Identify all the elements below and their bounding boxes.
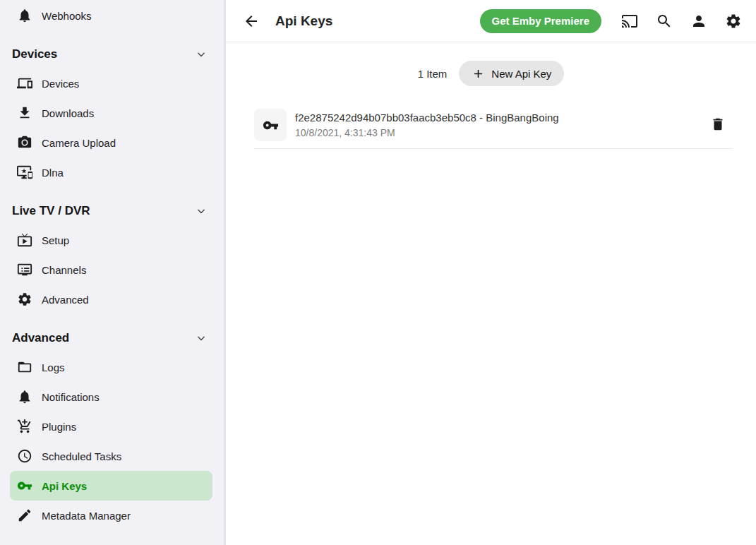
back-button[interactable]	[243, 13, 260, 30]
sidebar-item-camera-upload[interactable]: Camera Upload	[10, 128, 212, 157]
page-title: Api Keys	[275, 13, 480, 29]
sidebar-item-label: Downloads	[42, 107, 94, 119]
sidebar-item-downloads[interactable]: Downloads	[10, 98, 212, 128]
bell-icon	[17, 8, 32, 23]
sidebar-item-metadata-manager[interactable]: Metadata Manager	[10, 501, 212, 530]
sidebar-section-advanced[interactable]: Advanced	[0, 324, 224, 352]
sidebar-item-label: Notifications	[42, 391, 100, 403]
sidebar-item-label: Setup	[42, 234, 69, 246]
sidebar-item-label: Webhooks	[42, 10, 92, 22]
new-api-key-label: New Api Key	[491, 68, 551, 80]
sidebar-item-label: Dlna	[42, 167, 64, 179]
live-tv-icon	[17, 232, 32, 248]
top-bar: Api Keys Get Emby Premiere	[226, 0, 756, 42]
key-icon	[254, 109, 287, 141]
download-icon	[17, 105, 32, 121]
sidebar-item-advanced-livetv[interactable]: Advanced	[10, 285, 212, 314]
sidebar-item-label: Advanced	[42, 294, 89, 306]
plus-icon	[472, 67, 485, 80]
gear-icon	[17, 292, 32, 307]
chevron-down-icon	[194, 204, 208, 218]
api-key-info: f2e2875242d94b07bb03faacb3eb50c8 - BingB…	[295, 112, 710, 138]
camera-icon	[17, 135, 32, 150]
sidebar-section-live-tv-dvr[interactable]: Live TV / DVR	[0, 197, 224, 225]
delete-icon[interactable]	[710, 116, 727, 133]
cast-icon[interactable]	[621, 13, 638, 30]
sidebar-item-label: Plugins	[42, 421, 76, 433]
sidebar-item-label: Api Keys	[42, 480, 87, 492]
sidebar-item-notifications[interactable]: Notifications	[10, 382, 212, 412]
chevron-down-icon	[194, 47, 208, 61]
search-icon[interactable]	[656, 13, 673, 30]
sidebar-item-label: Metadata Manager	[42, 510, 131, 522]
api-key-date: 10/8/2021, 4:31:43 PM	[295, 127, 710, 138]
sidebar-item-plugins[interactable]: Plugins	[10, 412, 212, 441]
new-api-key-button[interactable]: New Api Key	[459, 61, 564, 86]
sidebar-item-label: Camera Upload	[42, 137, 116, 149]
sidebar-item-scheduled-tasks[interactable]: Scheduled Tasks	[10, 441, 212, 471]
user-icon[interactable]	[690, 13, 707, 30]
main-content: 1 Item New Api Key f2e2875242d94b07bb03f…	[226, 42, 756, 545]
sidebar-item-devices[interactable]: Devices	[10, 68, 212, 98]
sidebar-item-api-keys[interactable]: Api Keys	[10, 471, 212, 501]
clock-icon	[17, 448, 32, 464]
gear-icon[interactable]	[725, 13, 742, 30]
api-key-title: f2e2875242d94b07bb03faacb3eb50c8 - BingB…	[295, 112, 710, 124]
cart-plus-icon	[17, 419, 32, 434]
key-icon	[17, 478, 32, 493]
chevron-down-icon	[194, 331, 208, 345]
api-key-row[interactable]: f2e2875242d94b07bb03faacb3eb50c8 - BingB…	[254, 102, 733, 149]
sidebar-item-label: Channels	[42, 264, 86, 276]
get-emby-premiere-button[interactable]: Get Emby Premiere	[480, 9, 601, 33]
sidebar-item-setup[interactable]: Setup	[10, 225, 212, 255]
sidebar-item-channels[interactable]: Channels	[10, 255, 212, 285]
bell-icon	[17, 389, 32, 405]
sidebar-item-label: Scheduled Tasks	[42, 450, 121, 462]
list-toolbar: 1 Item New Api Key	[226, 61, 756, 86]
topbar-icons	[621, 13, 742, 30]
dlna-icon	[17, 164, 32, 180]
devices-icon	[17, 76, 32, 91]
sidebar-section-devices[interactable]: Devices	[0, 40, 224, 68]
section-label: Devices	[12, 47, 57, 61]
pencil-icon	[17, 508, 32, 523]
sidebar-item-dlna[interactable]: Dlna	[10, 157, 212, 187]
sidebar-item-label: Logs	[42, 361, 65, 373]
channels-icon	[17, 262, 32, 277]
section-label: Live TV / DVR	[12, 204, 90, 218]
folder-icon	[17, 359, 32, 375]
sidebar-item-logs[interactable]: Logs	[10, 352, 212, 382]
sidebar-item-label: Devices	[42, 78, 79, 90]
api-key-list: f2e2875242d94b07bb03faacb3eb50c8 - BingB…	[254, 102, 733, 149]
item-count: 1 Item	[418, 68, 448, 80]
sidebar-item-webhooks[interactable]: Webhooks	[10, 1, 212, 30]
section-label: Advanced	[12, 331, 69, 345]
sidebar: Webhooks Devices Devices Downloads Camer…	[0, 0, 226, 545]
